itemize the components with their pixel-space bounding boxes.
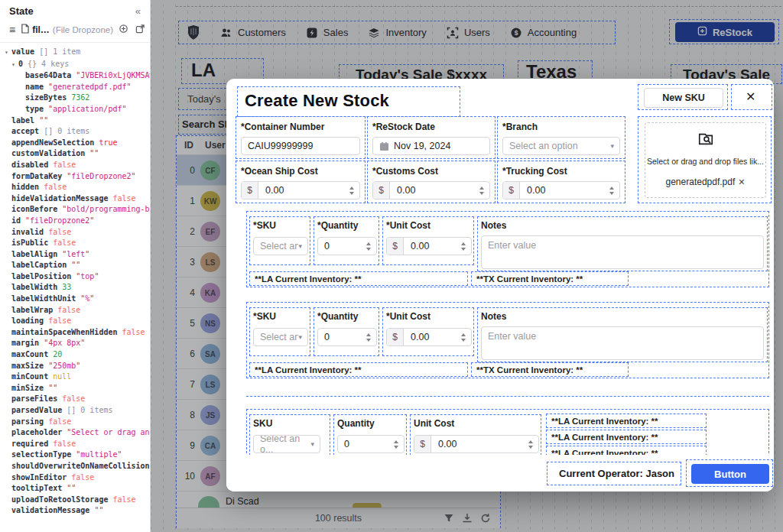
sku-select[interactable]: Select an o...▾	[253, 237, 308, 255]
caret-down-icon[interactable]: ▾	[11, 60, 18, 71]
state-tree-row[interactable]: labelCaption ""	[0, 260, 150, 271]
field-label: *Container Number	[241, 122, 324, 132]
stepper-icon[interactable]	[528, 440, 538, 449]
state-tree-row[interactable]: minCount null	[0, 371, 150, 383]
state-tree-row[interactable]: minSize ""	[0, 383, 150, 394]
currency-prefix: $	[414, 436, 431, 453]
stepper-icon[interactable]	[609, 187, 619, 195]
file-chip[interactable]: generatedpdf.pdf✕	[645, 177, 765, 187]
state-tree-row[interactable]: disabled false	[0, 160, 150, 171]
state-tree-row[interactable]: isPublic false	[0, 238, 150, 249]
stepper-icon[interactable]	[394, 440, 404, 449]
quantity-input[interactable]: 0	[337, 435, 404, 453]
submit-button[interactable]: Button	[691, 464, 769, 484]
state-tree-row[interactable]: ▾value [] 1 item	[0, 47, 150, 59]
state-tree-row[interactable]: shouldOverwriteOnNameCollision f…	[0, 461, 150, 472]
state-tree-row[interactable]: id "fileDropzone2"	[0, 216, 150, 227]
currency-prefix: $	[503, 182, 520, 199]
ocean-ship-cost-input[interactable]: $ 0.00	[241, 181, 360, 200]
close-icon[interactable]: ✕	[746, 89, 755, 104]
state-tree-row[interactable]: iconBefore "bold/programming-bro…"	[0, 204, 150, 216]
sku-select[interactable]: Select an o... ▾	[253, 435, 320, 453]
state-tree-row[interactable]: labelWidthUnit "%"	[0, 294, 150, 305]
state-tree-row[interactable]: maintainSpaceWhenHidden false	[0, 327, 150, 339]
state-tree-row[interactable]: labelAlign "left"	[0, 249, 150, 261]
state-tree-row[interactable]: hidden false	[0, 182, 150, 193]
unit-cost-input[interactable]: $0.00	[386, 237, 472, 255]
state-key: base64Data	[25, 71, 71, 79]
state-tree-row[interactable]: labelPosition "top"	[0, 271, 150, 283]
state-value: "application/pdf"	[44, 105, 126, 113]
sku-field: SKU Select an o... ▾	[249, 414, 330, 455]
menu-icon[interactable]: ≡	[9, 24, 15, 36]
state-tree-row[interactable]: labelWrap false	[0, 305, 150, 316]
state-tree-row[interactable]: hideValidationMessage false	[0, 193, 150, 205]
caret-down-icon[interactable]: ▾	[5, 47, 11, 59]
remove-file-icon[interactable]: ✕	[738, 177, 745, 187]
state-tree-row[interactable]: uploadToRetoolStorage false	[0, 495, 150, 506]
unit-cost-input[interactable]: $0.00	[386, 328, 472, 346]
customs-cost-input[interactable]: $ 0.00	[372, 181, 490, 200]
quantity-input[interactable]: 0	[317, 328, 377, 346]
branch-select[interactable]: Select an option ▾	[502, 137, 620, 155]
state-tree-row[interactable]: customValidation ""	[0, 148, 150, 160]
field-label: *ReStock Date	[372, 122, 435, 132]
state-tree-row[interactable]: invalid false	[0, 227, 150, 238]
sku-select[interactable]: Select an o...▾	[253, 328, 308, 346]
state-tree-row[interactable]: showInEditor false	[0, 472, 150, 484]
state-tree-row[interactable]: formDataKey "fileDropzone2"	[0, 171, 150, 183]
state-tree-row[interactable]: sizeBytes 7362	[0, 92, 150, 104]
state-tree-row[interactable]: base64Data "JVBERi0xLjQKMSAwI…"	[0, 70, 150, 82]
notes-textarea[interactable]: Enter value	[481, 326, 764, 360]
state-tree-row[interactable]: maxSize "250mb"	[0, 361, 150, 372]
stepper-icon[interactable]	[366, 242, 376, 251]
calendar-icon	[373, 141, 394, 151]
stepper-icon[interactable]	[366, 333, 376, 342]
collapse-panel-icon[interactable]: «	[135, 5, 141, 17]
field-label: *Trucking Cost	[502, 166, 567, 177]
target-icon[interactable]	[119, 23, 128, 37]
state-tree-row[interactable]: accept [] 0 items	[0, 126, 150, 138]
container-number-input[interactable]: CAIU99999999	[241, 137, 360, 155]
unit-cost-field: *Unit Cost$0.00	[382, 216, 474, 265]
chevron-down-icon: ▾	[610, 142, 619, 150]
state-tree-row[interactable]: maxCount 20	[0, 349, 150, 361]
restock-date-input[interactable]: Nov 19, 2024	[372, 137, 490, 155]
sku-field: *SKUSelect an o...▾	[249, 216, 310, 265]
state-tree-row[interactable]: type "application/pdf"	[0, 104, 150, 115]
state-tree-row[interactable]: ▾0 {} 4 keys	[0, 59, 150, 71]
state-tree-row[interactable]: labelWidth 33	[0, 282, 150, 294]
notes-textarea[interactable]: Enter value	[481, 235, 764, 269]
select-placeholder: Select an o...	[254, 435, 310, 453]
selected-component[interactable]: fil… (File Dropzone)	[21, 24, 113, 36]
state-key: customValidation	[11, 149, 85, 157]
stepper-icon[interactable]	[461, 333, 471, 342]
state-tree-row[interactable]: required false	[0, 439, 150, 450]
field-label: *Branch	[502, 122, 538, 132]
state-tree-row[interactable]: appendNewSelection true	[0, 138, 150, 149]
stepper-icon[interactable]	[461, 242, 471, 251]
state-tree-row[interactable]: tooltipText ""	[0, 483, 150, 495]
new-sku-button[interactable]: New SKU	[644, 88, 723, 108]
state-tree-row[interactable]: validationMessage ""	[0, 505, 150, 517]
state-tree-row[interactable]: placeholder "Select or drag and …"	[0, 427, 150, 439]
stepper-icon[interactable]	[349, 187, 359, 195]
unit-cost-input[interactable]: $ 0.00	[414, 435, 539, 453]
state-tree-row[interactable]: name "generatedpdf.pdf"	[0, 82, 150, 93]
state-tree-row[interactable]: parsing false	[0, 417, 150, 428]
state-tree-row[interactable]: loading false	[0, 316, 150, 327]
stepper-icon[interactable]	[479, 187, 489, 195]
input-value: 0	[318, 241, 330, 251]
state-tree-row[interactable]: margin "4px 8px"	[0, 338, 150, 349]
file-name: generatedpdf.pdf	[666, 177, 736, 187]
file-dropzone[interactable]: Select or drag and drop files lik... gen…	[645, 122, 766, 198]
state-tree-row[interactable]: selectionType "multiple"	[0, 449, 150, 461]
state-tree-row[interactable]: parseFiles false	[0, 394, 150, 405]
popout-icon[interactable]	[135, 23, 145, 37]
folder-search-icon	[645, 131, 765, 148]
state-tree-row[interactable]: parsedValue [] 0 items	[0, 405, 150, 417]
state-tree-row[interactable]: label ""	[0, 115, 150, 127]
trucking-cost-input[interactable]: $ 0.00	[502, 181, 620, 200]
quantity-input[interactable]: 0	[317, 237, 377, 255]
state-key: labelPosition	[11, 272, 71, 281]
